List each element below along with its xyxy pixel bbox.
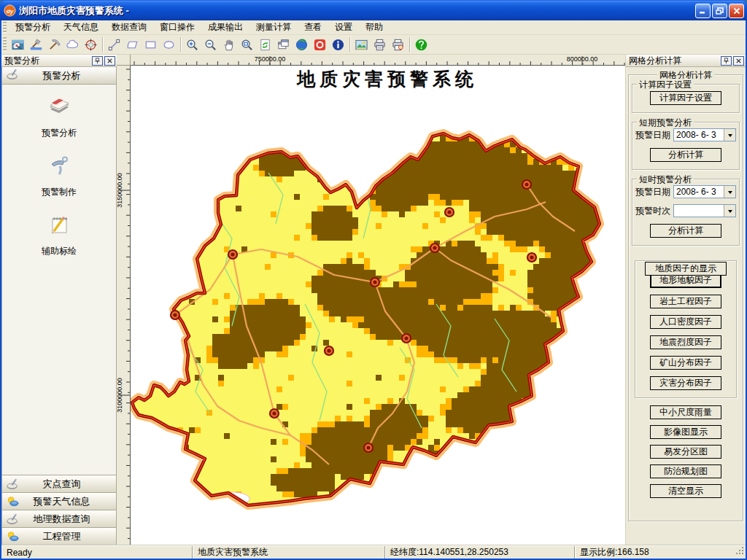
right-panel-close-button[interactable] xyxy=(733,56,744,66)
nowcast-group-label: 短时预警分析 xyxy=(637,174,694,186)
factor-settings-group-label: 计算因子设置 xyxy=(637,79,694,91)
toolbar-grip[interactable] xyxy=(3,37,7,52)
menu-item-天气信息[interactable]: 天气信息 xyxy=(57,20,105,35)
short-term-date-combo[interactable]: 2008- 6- 3 xyxy=(673,128,736,141)
pick-icon[interactable] xyxy=(46,36,63,53)
zoom-out-icon[interactable] xyxy=(202,36,219,53)
polygon-icon[interactable] xyxy=(124,36,141,53)
map-raster xyxy=(131,66,625,545)
nowcast-group: 短时预警分析 预警日期 2008- 6- 3 预警时次 xyxy=(632,179,740,246)
window-title: 浏阳市地质灾害预警系统 - xyxy=(19,4,695,18)
toolbar-separator xyxy=(349,37,350,52)
menu-grip[interactable] xyxy=(3,22,7,33)
left-panel-spacer xyxy=(2,257,116,475)
left-panel-item-label: 预警制作 xyxy=(42,186,77,198)
left-panel-close-button[interactable] xyxy=(104,56,115,66)
book-icon xyxy=(46,93,72,122)
restore-button[interactable] xyxy=(712,4,727,18)
toolbar-separator xyxy=(180,37,181,52)
left-panel-item-辅助标绘[interactable]: 辅助标绘 xyxy=(2,211,116,257)
left-panel-header[interactable]: 预警分析 xyxy=(2,67,116,85)
factor-button-地震烈度因子[interactable]: 地震烈度因子 xyxy=(650,335,721,349)
notepad-icon xyxy=(46,211,72,241)
display-button-易发分区图[interactable]: 易发分区图 xyxy=(650,445,721,459)
chevron-down-icon[interactable] xyxy=(724,186,735,198)
cloud-icon[interactable] xyxy=(64,36,81,53)
title-bar[interactable]: dy 浏阳市地质灾害预警系统 - xyxy=(0,0,747,20)
map-canvas[interactable]: 地质灾害预警系统 xyxy=(131,66,625,545)
resize-grip[interactable] xyxy=(736,547,745,558)
menu-item-预警分析[interactable]: 预警分析 xyxy=(9,20,57,35)
status-panel-2: 经纬度:114.140551,28.250253 xyxy=(384,546,574,559)
ellipse-icon[interactable] xyxy=(160,36,177,53)
display-button-清空显示[interactable]: 清空显示 xyxy=(650,484,721,498)
menu-item-查看[interactable]: 查看 xyxy=(298,20,328,35)
left-panel-item-预警制作[interactable]: 预警制作 xyxy=(2,152,116,198)
menu-item-数据查询[interactable]: 数据查询 xyxy=(105,20,153,35)
ruler-left: 3150000.003100000.00 xyxy=(117,66,131,545)
chevron-down-icon[interactable] xyxy=(724,205,735,217)
ruler-top: 750000.00800000.00 xyxy=(131,55,625,66)
tool-icon xyxy=(46,152,72,182)
status-bar: Ready地质灾害预警系统经纬度:114.140551,28.250253显示比… xyxy=(1,545,746,559)
menu-item-设置[interactable]: 设置 xyxy=(328,20,359,35)
axe-icon[interactable] xyxy=(28,36,44,53)
factor-settings-button[interactable]: 计算因子设置 xyxy=(650,91,721,105)
help-icon[interactable] xyxy=(413,36,430,53)
right-panel-pin-button[interactable] xyxy=(721,56,732,66)
print-icon[interactable] xyxy=(371,36,388,53)
cascade-icon[interactable] xyxy=(275,36,292,53)
left-panel-bar-工程管理[interactable]: 工程管理 xyxy=(2,527,116,545)
left-panel-pin-button[interactable] xyxy=(92,56,103,66)
left-panel-item-预警分析[interactable]: 预警分析 xyxy=(2,93,116,139)
image-icon[interactable] xyxy=(353,36,370,53)
chevron-down-icon[interactable] xyxy=(724,129,735,141)
left-panel-bar-地理数据查询[interactable]: 地理数据查询 xyxy=(2,510,116,527)
minimize-button[interactable] xyxy=(695,4,711,18)
status-panel-3: 显示比例:166.158 xyxy=(574,546,746,559)
short-term-analyze-button[interactable]: 分析计算 xyxy=(650,148,721,162)
factor-button-岩土工程因子[interactable]: 岩土工程因子 xyxy=(650,295,721,308)
satellite-icon[interactable] xyxy=(9,36,26,53)
menu-item-成果输出[interactable]: 成果输出 xyxy=(201,20,249,35)
geology-factor-frame: 地质因子的显示 地形地貌因子岩土工程因子人口密度因子地震烈度因子矿山分布因子灾害… xyxy=(635,260,737,398)
status-panel-0: Ready xyxy=(1,546,192,559)
display-button-防治规划图[interactable]: 防治规划图 xyxy=(650,464,721,478)
close-button[interactable] xyxy=(729,4,744,18)
rectangle-icon[interactable] xyxy=(142,36,159,53)
factor-button-灾害分布因子[interactable]: 灾害分布因子 xyxy=(650,376,721,390)
left-panel-bar-灾点查询[interactable]: 灾点查询 xyxy=(2,475,116,492)
geology-factor-display-button[interactable]: 地质因子的显示 xyxy=(645,262,727,276)
short-term-group: 短期预警分析 预警日期 2008- 6- 3 分析计算 xyxy=(632,122,740,170)
nowcast-analyze-button[interactable]: 分析计算 xyxy=(650,224,721,238)
short-term-group-label: 短期预警分析 xyxy=(637,117,694,129)
brush-icon xyxy=(7,513,20,525)
left-panel-title: 预警分析 xyxy=(4,55,90,67)
map-title: 地质灾害预警系统 xyxy=(297,67,478,91)
stop-icon[interactable] xyxy=(311,36,328,53)
target-icon[interactable] xyxy=(82,36,99,53)
right-panel: 网格分析计算 网格分析计算 计算因子设置 计算因子设置 短期预警分析 xyxy=(625,55,746,545)
factor-button-矿山分布因子[interactable]: 矿山分布因子 xyxy=(650,356,721,370)
toolbar xyxy=(1,35,746,55)
zoom-in-icon[interactable] xyxy=(184,36,201,53)
right-panel-title: 网格分析计算 xyxy=(629,55,719,67)
menu-item-帮助[interactable]: 帮助 xyxy=(359,20,390,35)
pan-icon[interactable] xyxy=(220,36,237,53)
nowcast-date-combo[interactable]: 2008- 6- 3 xyxy=(673,185,736,198)
refresh-icon[interactable] xyxy=(257,36,274,53)
globe-icon[interactable] xyxy=(293,36,310,53)
menu-item-窗口操作[interactable]: 窗口操作 xyxy=(153,20,201,35)
factor-button-人口密度因子[interactable]: 人口密度因子 xyxy=(650,315,721,329)
info-icon[interactable] xyxy=(330,36,347,53)
bar-item-label: 地理数据查询 xyxy=(23,513,116,526)
nowcast-time-combo[interactable] xyxy=(673,204,736,217)
menu-item-测量计算[interactable]: 测量计算 xyxy=(249,20,298,35)
left-panel-bar-预警天气信息[interactable]: 预警天气信息 xyxy=(2,492,116,510)
zoom-window-icon[interactable] xyxy=(239,36,255,53)
print-preview-icon[interactable] xyxy=(390,36,406,53)
line-icon[interactable] xyxy=(106,36,123,53)
display-button-中小尺度雨量[interactable]: 中小尺度雨量 xyxy=(650,405,721,419)
display-button-影像图显示[interactable]: 影像图显示 xyxy=(650,425,721,439)
ruler-corner xyxy=(117,55,131,66)
